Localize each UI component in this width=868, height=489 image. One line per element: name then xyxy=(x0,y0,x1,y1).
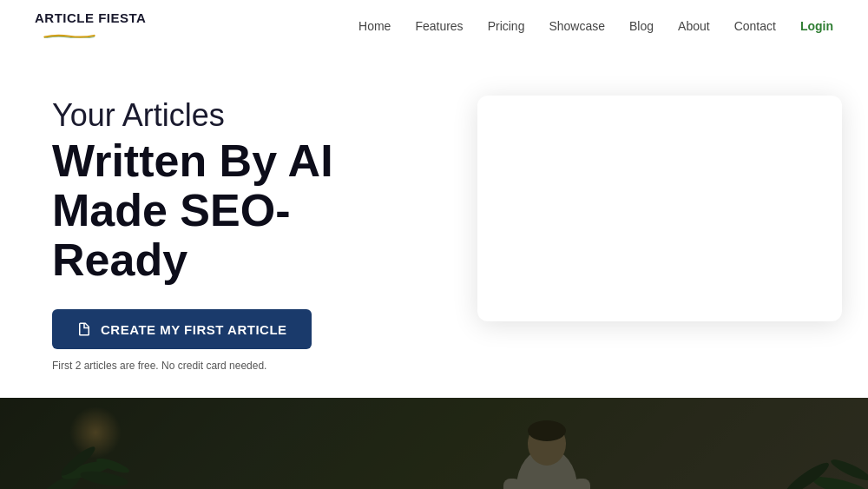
hero-card xyxy=(477,96,842,321)
nav-login[interactable]: Login xyxy=(800,19,833,33)
cta-subtext: First 2 articles are free. No credit car… xyxy=(52,360,425,372)
nav-about[interactable]: About xyxy=(678,19,710,33)
logo-text: ARTICLE FIESTA xyxy=(35,10,146,26)
nav-showcase[interactable]: Showcase xyxy=(549,19,605,33)
nav-home[interactable]: Home xyxy=(358,19,391,33)
bottom-section xyxy=(0,398,868,489)
cta-label: CREATE MY FIRST ARTICLE xyxy=(101,322,287,337)
create-article-button[interactable]: CREATE MY FIRST ARTICLE xyxy=(52,309,312,349)
header: ARTICLE FIESTA Home Features Pricing Sho… xyxy=(0,0,868,52)
nav: Home Features Pricing Showcase Blog Abou… xyxy=(358,19,833,33)
nav-pricing[interactable]: Pricing xyxy=(488,19,525,33)
logo-underline-icon xyxy=(35,33,104,38)
logo[interactable]: ARTICLE FIESTA xyxy=(35,10,146,42)
hero-section: Your Articles Written By AI Made SEO-Rea… xyxy=(0,52,868,398)
hero-text-block: Your Articles Written By AI Made SEO-Rea… xyxy=(52,87,425,372)
nav-blog[interactable]: Blog xyxy=(629,19,654,33)
hero-subtitle: Your Articles xyxy=(52,96,425,136)
nav-contact[interactable]: Contact xyxy=(734,19,776,33)
bottom-overlay xyxy=(0,398,868,489)
nav-features[interactable]: Features xyxy=(415,19,463,33)
hero-title: Written By AI Made SEO-Ready xyxy=(52,136,425,286)
document-icon xyxy=(76,321,92,337)
